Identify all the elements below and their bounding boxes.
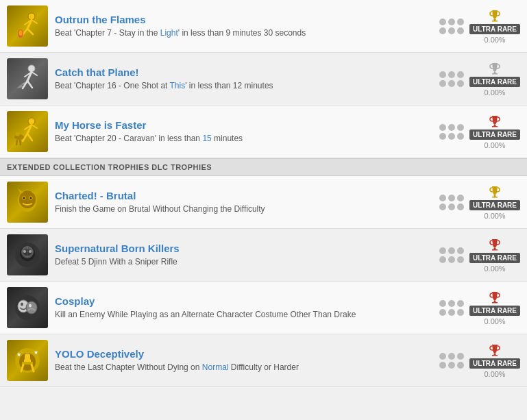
trophy-icon-yolo: ★ ★ bbox=[7, 340, 48, 381]
svg-rect-9 bbox=[492, 21, 498, 22]
svg-text:★: ★ bbox=[16, 351, 21, 358]
svg-rect-58 bbox=[494, 301, 496, 302]
runner-icon bbox=[11, 10, 44, 42]
svg-rect-31 bbox=[492, 126, 498, 127]
dots-grid-sniper bbox=[439, 247, 464, 263]
trophy-item-yolo: ★ ★ YOLO Deceptively Beat the Last Chapt… bbox=[0, 334, 527, 387]
svg-line-28 bbox=[16, 140, 17, 145]
trophy-info-outrun: Outrun the Flames Beat 'Chapter 7 - Stay… bbox=[55, 14, 432, 39]
dot bbox=[457, 124, 464, 131]
trophy-title-cosplay: Cosplay bbox=[55, 295, 432, 307]
svg-point-57 bbox=[29, 304, 32, 308]
trophy-list: Outrun the Flames Beat 'Chapter 7 - Stay… bbox=[0, 0, 527, 387]
desc-highlight: 15 bbox=[202, 134, 211, 143]
dot bbox=[439, 353, 446, 360]
rarity-label-brutal: ULTRA RARE bbox=[469, 200, 520, 210]
dot bbox=[457, 353, 464, 360]
dot bbox=[439, 124, 446, 131]
rarity-pct-cosplay: 0.00% bbox=[484, 317, 505, 325]
trophy-icon-sniper bbox=[7, 234, 48, 275]
section-divider-dlc: EXTENDED COLLECTION TROPHIES DLC TROPHIE… bbox=[0, 158, 527, 176]
rarity-pct-catch: 0.00% bbox=[484, 88, 505, 97]
rarity-badge-sniper: ULTRA RARE 0.00% bbox=[469, 238, 520, 273]
dot bbox=[457, 195, 464, 201]
rarity-badge-brutal: ULTRA RARE 0.00% bbox=[469, 185, 520, 220]
trophy-right-yolo: ULTRA RARE 0.00% bbox=[439, 343, 520, 378]
svg-point-36 bbox=[23, 197, 25, 199]
trophy-cup-icon bbox=[488, 343, 502, 357]
trophy-cup-icon bbox=[488, 291, 502, 304]
dots-grid-catch bbox=[439, 71, 464, 87]
brutal-icon bbox=[11, 186, 44, 219]
trophy-icon-cosplay bbox=[7, 287, 48, 328]
dot bbox=[439, 300, 446, 307]
trophy-cup-icon bbox=[488, 114, 502, 128]
rarity-label-cosplay: ULTRA RARE bbox=[469, 306, 520, 316]
rarity-label-horse: ULTRA RARE bbox=[469, 129, 520, 140]
trophy-info-catch: Catch that Plane! Beat 'Chapter 16 - One… bbox=[55, 66, 432, 92]
trophy-desc-catch: Beat 'Chapter 16 - One Shot at This' in … bbox=[55, 80, 432, 92]
trophy-info-sniper: Supernatural Born Killers Defeat 5 Djinn… bbox=[55, 243, 432, 268]
yolo-icon: ★ ★ bbox=[11, 344, 44, 377]
rarity-label-catch: ULTRA RARE bbox=[469, 77, 520, 87]
svg-point-7 bbox=[19, 30, 23, 36]
runner2-icon bbox=[11, 62, 44, 95]
trophy-title-outrun: Outrun the Flames bbox=[55, 14, 432, 25]
trophy-desc-horse: Beat 'Chapter 20 - Caravan' in less than… bbox=[55, 133, 432, 145]
svg-rect-30 bbox=[494, 125, 496, 126]
dot bbox=[439, 195, 446, 201]
trophy-icon-horse bbox=[7, 111, 48, 152]
dots-grid-outrun bbox=[439, 18, 464, 34]
dot bbox=[457, 309, 464, 316]
dot bbox=[439, 71, 446, 78]
dot bbox=[448, 353, 455, 360]
section-dlc-label: EXTENDED COLLECTION TROPHIES DLC TROPHIE… bbox=[7, 163, 212, 171]
trophy-right-cosplay: ULTRA RARE 0.00% bbox=[439, 291, 520, 325]
dot bbox=[448, 300, 455, 307]
trophy-cup-icon bbox=[488, 238, 502, 251]
horse-icon bbox=[11, 115, 44, 148]
svg-rect-19 bbox=[492, 73, 498, 75]
dot bbox=[457, 71, 464, 78]
svg-line-25 bbox=[32, 125, 37, 128]
dot bbox=[439, 27, 446, 34]
trophy-cup-icon bbox=[488, 185, 502, 199]
trophy-item-sniper: Supernatural Born Killers Defeat 5 Djinn… bbox=[0, 229, 527, 282]
trophy-title-horse: My Horse is Faster bbox=[55, 119, 432, 131]
trophy-cup-icon bbox=[488, 62, 502, 75]
svg-point-56 bbox=[21, 303, 23, 306]
dot bbox=[439, 247, 446, 254]
trophy-desc-brutal: Finish the Game on Brutal Without Changi… bbox=[55, 203, 432, 215]
dot bbox=[457, 80, 464, 87]
rarity-pct-brutal: 0.00% bbox=[484, 212, 505, 220]
dot bbox=[457, 18, 464, 25]
rarity-badge-catch: ULTRA RARE 0.00% bbox=[469, 62, 520, 97]
dots-grid-brutal bbox=[439, 195, 464, 210]
svg-rect-59 bbox=[492, 302, 498, 304]
svg-rect-41 bbox=[492, 197, 498, 198]
dot bbox=[439, 362, 446, 369]
dot bbox=[448, 195, 455, 201]
rarity-label-yolo: ULTRA RARE bbox=[469, 358, 520, 369]
svg-rect-8 bbox=[494, 19, 496, 21]
svg-rect-70 bbox=[492, 355, 498, 356]
trophy-right-catch: ULTRA RARE 0.00% bbox=[439, 62, 520, 97]
svg-rect-51 bbox=[494, 248, 496, 249]
desc-highlight: Light bbox=[160, 28, 178, 38]
dot bbox=[457, 27, 464, 34]
trophy-right-sniper: ULTRA RARE 0.00% bbox=[439, 238, 520, 273]
svg-rect-18 bbox=[494, 72, 496, 73]
dot bbox=[448, 256, 455, 263]
svg-line-29 bbox=[20, 140, 21, 145]
dot bbox=[439, 133, 446, 140]
trophy-info-horse: My Horse is Faster Beat 'Chapter 20 - Ca… bbox=[55, 119, 432, 145]
svg-text:★: ★ bbox=[34, 349, 38, 356]
rarity-pct-horse: 0.00% bbox=[484, 141, 505, 149]
dot bbox=[448, 80, 455, 87]
dot bbox=[439, 256, 446, 263]
trophy-item-catch: Catch that Plane! Beat 'Chapter 16 - One… bbox=[0, 53, 527, 106]
svg-line-13 bbox=[27, 81, 32, 88]
dot bbox=[457, 203, 464, 210]
dot bbox=[448, 71, 455, 78]
rarity-pct-sniper: 0.00% bbox=[484, 264, 505, 273]
